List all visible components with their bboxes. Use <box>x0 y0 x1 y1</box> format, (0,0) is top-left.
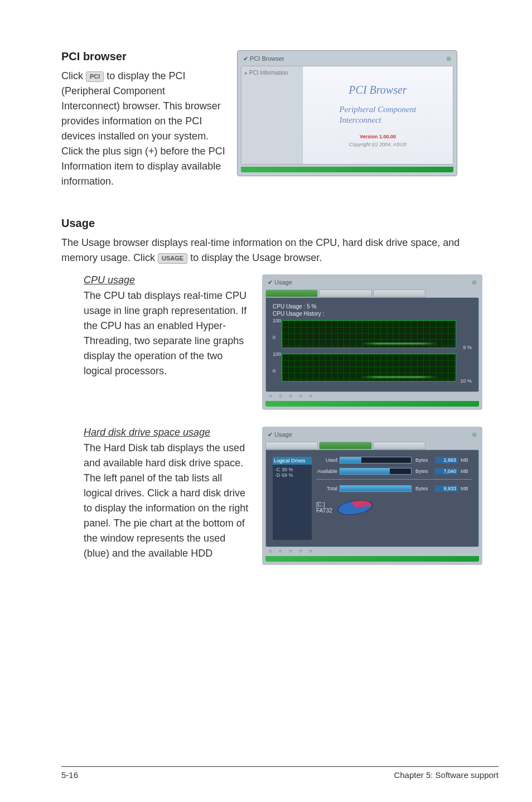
pci-heading: PCI browser <box>61 50 226 63</box>
cpu-graph-2 <box>282 354 456 381</box>
hdd-body: The Hard Disk tab displays the used and … <box>84 441 251 561</box>
usage-tabs <box>265 289 479 297</box>
footer-page-number: 5-16 <box>61 770 78 780</box>
hdd-used-unit: MB <box>461 457 472 463</box>
usage-tabs-hdd <box>265 442 479 450</box>
cpu-window-title-text: Usage <box>274 279 292 286</box>
hdd-row-available: Available Bytes 7,040 MB <box>316 468 472 475</box>
usage-intro-post: to display the Usage browser. <box>190 252 322 263</box>
hdd-usage-window: ✔ Usage ⊗ Logical Drives -C 30 % -D 69 %… <box>262 427 482 565</box>
hdd-window-title-text: Usage <box>274 431 292 438</box>
tab-hdd[interactable] <box>319 289 371 297</box>
pci-browser-window: ✔ PCI Browser ⊗ ▸ PCI Information PCI Br… <box>237 50 457 176</box>
hdd-window-title: ✔ Usage <box>268 431 292 438</box>
hdd-drive-list: Logical Drives -C 30 % -D 69 % <box>273 457 312 540</box>
cpu-subhead: CPU usage <box>84 274 251 286</box>
hdd-total-bytes: Bytes <box>414 486 433 491</box>
hdd-subhead: Hard disk drive space usage <box>84 427 251 438</box>
pci-body-post: to display the PCI (Peripheral Component… <box>61 70 225 187</box>
hdd-total-unit: MB <box>461 486 472 491</box>
page-footer: 5-16 Chapter 5: Software support <box>61 766 499 780</box>
usage-heading: Usage <box>61 217 499 230</box>
hdd-avail-unit: MB <box>461 468 472 474</box>
pci-sub1: Peripheral Component <box>340 105 417 114</box>
cpu-pct-1: 5 % <box>456 345 472 351</box>
cpu-usage-window: ✔ Usage ⊗ CPU Usage : 5 % CPU Usage Hist… <box>262 274 482 410</box>
window-stripe <box>241 167 453 172</box>
hdd-total-label: Total <box>316 486 337 491</box>
tab-memory[interactable] <box>373 289 425 297</box>
hdd-total-num: 9,933 <box>435 485 458 492</box>
hdd-pie-wrap: [C:] FAT32 <box>316 496 472 519</box>
usage-intro: The Usage browser displays real-time inf… <box>61 235 499 265</box>
pci-body: Click PCI to display the PCI (Peripheral… <box>61 69 226 189</box>
close-icon[interactable]: ⊗ <box>472 431 477 438</box>
hdd-side-header: Logical Drives <box>273 457 312 465</box>
cpu-window-title: ✔ Usage <box>268 279 292 286</box>
tab-cpu[interactable] <box>265 289 318 297</box>
hdd-pie-chart <box>334 497 376 518</box>
drive-d[interactable]: -D 69 % <box>275 472 309 478</box>
hdd-avail-label: Available <box>316 468 337 474</box>
hdd-panel: Logical Drives -C 30 % -D 69 % Used Byte… <box>265 450 479 547</box>
hdd-row-total: Total Bytes 9,933 MB <box>316 485 472 492</box>
cpu-graph-1 <box>282 320 456 348</box>
hdd-pie-fs: FAT32 <box>316 508 332 514</box>
cpu-history-label: CPU Usage History : <box>273 311 472 317</box>
hdd-used-label: Used <box>316 457 337 463</box>
close-icon[interactable]: ⊗ <box>472 279 477 286</box>
hdd-details: Used Bytes 2,893 MB Available Bytes 7,04… <box>316 457 472 540</box>
pci-main-title: PCI Browser <box>349 84 407 96</box>
pci-window-titlebar: ✔ PCI Browser <box>243 55 284 62</box>
hdd-avail-num: 7,040 <box>435 468 458 475</box>
hdd-pie-drive: [C:] <box>316 501 332 508</box>
footer-chapter: Chapter 5: Software support <box>394 770 499 780</box>
hdd-row-used: Used Bytes 2,893 MB <box>316 457 472 463</box>
usage-inline-button: USAGE <box>158 253 187 264</box>
cpu-pct-2: 10 % <box>456 378 472 385</box>
cpu-usage-label: CPU Usage : 5 % <box>273 303 472 310</box>
tab-cpu[interactable] <box>265 442 318 450</box>
pci-version: Version 1.00.00 <box>360 134 396 139</box>
hdd-used-bytes: Bytes <box>414 457 433 463</box>
tab-hdd[interactable] <box>319 442 371 450</box>
pci-tree-panel: ▸ PCI Information <box>241 66 303 164</box>
pci-inline-button: PCI <box>86 71 104 82</box>
drive-c[interactable]: -C 30 % <box>275 467 309 472</box>
pci-copyright: Copyright (c) 2004, ASUS <box>349 142 407 147</box>
pci-sub2: Interconnect <box>340 115 381 124</box>
pci-main-subtitle: Peripheral Component Interconnect <box>340 104 417 126</box>
close-icon[interactable]: ⊗ <box>446 55 451 62</box>
tab-memory[interactable] <box>373 442 425 450</box>
hdd-used-num: 2,893 <box>435 457 458 463</box>
hdd-avail-bytes: Bytes <box>414 468 433 474</box>
window-dots <box>265 549 479 554</box>
cpu-panel: CPU Usage : 5 % CPU Usage History : 1000… <box>265 297 479 392</box>
pci-main-panel: PCI Browser Peripheral Component Interco… <box>303 66 453 164</box>
pci-tree-root[interactable]: PCI Information <box>249 70 288 76</box>
window-dots <box>265 394 479 399</box>
pci-window-title-text: PCI Browser <box>250 55 284 62</box>
cpu-body: The CPU tab displays real-time CPU usage… <box>84 288 251 379</box>
pci-body-pre: Click <box>61 70 86 81</box>
